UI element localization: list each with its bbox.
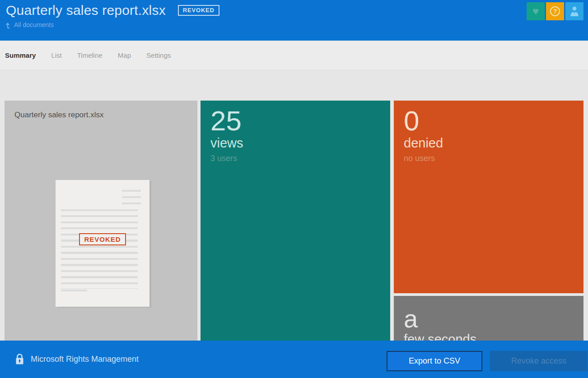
document-tile-title: Quarterly sales report.xlsx [14,111,103,120]
denied-tile[interactable]: 0 denied no users [394,101,583,293]
document-last-line [61,290,87,291]
views-sublabel: 3 users [210,154,243,163]
help-button[interactable]: ? [546,2,564,20]
views-label: views [210,136,243,150]
page-title: Quarterly sales report.xlsx [6,3,166,18]
status-badge: REVOKED [178,5,219,16]
person-icon [569,6,579,17]
tab-settings[interactable]: Settings [146,51,171,59]
document-preview-tile[interactable]: Quarterly sales report.xlsx REVOKED [5,101,197,341]
duration-tile[interactable]: a few seconds [394,296,583,341]
tab-map[interactable]: Map [118,51,131,59]
brand-label: Microsoft Rights Management [31,355,139,364]
brand: Microsoft Rights Management [14,341,139,378]
heart-icon: ♥ [532,6,539,17]
help-icon: ? [550,6,560,16]
favorites-button[interactable]: ♥ [527,2,545,20]
header-icon-bar: ♥ ? [527,2,583,20]
title-row: Quarterly sales report.xlsx REVOKED [6,3,219,18]
footer-bar: Microsoft Rights Management Export to CS… [0,341,588,378]
denied-sublabel: no users [404,154,443,163]
denied-metric: 0 denied no users [404,106,443,163]
breadcrumb-label: All documents [14,21,54,28]
up-arrow-icon [5,22,12,28]
export-to-csv-button[interactable]: Export to CSV [387,351,482,371]
document-thumbnail: REVOKED [56,180,149,307]
views-count: 25 [210,106,243,135]
views-metric: 25 views 3 users [210,106,243,163]
revoked-stamp: REVOKED [79,233,126,245]
duration-value: a [404,306,476,332]
document-header-lines [122,190,141,207]
tab-list[interactable]: List [51,51,61,59]
breadcrumb[interactable]: All documents [5,21,54,28]
duration-metric: a few seconds [404,306,476,341]
duration-label: few seconds [404,332,476,341]
tab-summary[interactable]: Summary [5,51,36,59]
denied-label: denied [404,136,443,150]
tab-bar: Summary List Timeline Map Settings [0,41,588,70]
denied-count: 0 [404,106,443,135]
lock-icon [14,353,25,365]
app-header: Quarterly sales report.xlsx REVOKED All … [0,0,588,41]
views-tile[interactable]: 25 views 3 users [201,101,390,341]
tab-timeline[interactable]: Timeline [77,51,103,59]
document-text-lines [61,209,138,289]
account-button[interactable] [565,2,583,20]
document-tracking-page: Quarterly sales report.xlsx REVOKED All … [0,0,588,378]
revoke-access-button[interactable]: Revoke access [490,351,588,371]
